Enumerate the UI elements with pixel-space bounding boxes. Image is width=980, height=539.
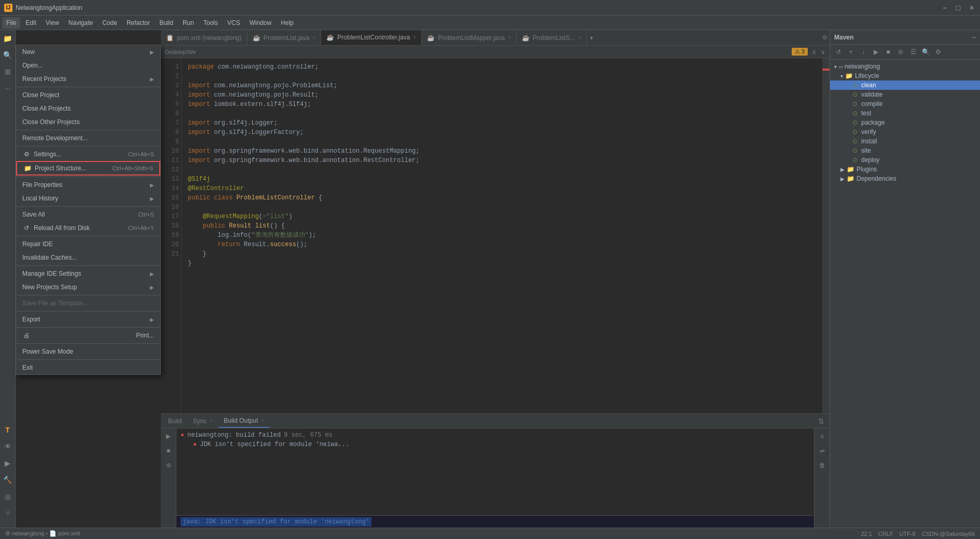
maven-validate[interactable]: ⊙ validate (830, 90, 980, 99)
maven-lifecycle-group[interactable]: ▾ 📁 Lifecycle (830, 71, 980, 80)
maven-dependencies-group[interactable]: ▶ 📁 Dependencies (830, 174, 980, 183)
status-position[interactable]: 22:1 (861, 531, 872, 537)
sidebar-play-icon[interactable]: ▶ (2, 457, 14, 469)
tab-problem-list-s[interactable]: ☕ ProblemListS... × (517, 30, 587, 45)
tab-close-problem-list[interactable]: × (312, 35, 315, 41)
maven-install[interactable]: ⊙ install (830, 137, 980, 146)
menu-vcs[interactable]: VCS (223, 17, 244, 29)
tab-close-s[interactable]: × (578, 35, 581, 41)
tab-close-mapper[interactable]: × (508, 35, 511, 41)
sidebar-branch-icon[interactable]: ⑂ (2, 507, 14, 519)
editor-scrollbar[interactable] (822, 58, 830, 413)
tab-pom-xml[interactable]: 📋 pom.xml (neiwangtong) (161, 30, 247, 45)
tab-problem-list-controller[interactable]: ☕ ProblemListController.java × (321, 30, 422, 45)
code-editor[interactable]: 1 2 3 4 5 6 7 8 9 10 11 12 13 14 15 16 1… (161, 58, 830, 413)
expand-icon[interactable]: ∨ (821, 48, 825, 56)
menu-item-new[interactable]: New ▶ (16, 45, 160, 59)
build-scroll-top-icon[interactable]: ≡ (817, 430, 828, 442)
menu-item-project-structure[interactable]: 📁 Project Structure... Ctrl+Alt+Shift+S (16, 161, 160, 176)
menu-edit[interactable]: Edit (21, 17, 40, 29)
sidebar-t-icon[interactable]: T (2, 424, 14, 436)
maven-run-icon[interactable]: ▶ (871, 47, 881, 57)
sidebar-folder-icon[interactable]: 📁 (2, 32, 14, 45)
menu-item-remote-development[interactable]: Remote Development... (16, 131, 160, 145)
maven-plugins-group[interactable]: ▶ 📁 Plugins (830, 165, 980, 174)
menu-item-open[interactable]: Open... (16, 59, 160, 72)
maven-compile[interactable]: ⊙ compile (830, 99, 980, 109)
menu-item-close-other-projects[interactable]: Close Other Projects (16, 115, 160, 129)
menu-code[interactable]: Code (98, 17, 121, 29)
maven-minimize-icon[interactable]: − (972, 34, 976, 41)
menu-item-close-project[interactable]: Close Project (16, 88, 160, 102)
build-stop-icon[interactable]: ■ (163, 445, 174, 456)
build-message-jdk[interactable]: ● JDK isn't specified for module 'neiwa.… (176, 440, 814, 449)
tab-overflow-button[interactable]: ▾ (587, 30, 596, 45)
minimize-button[interactable]: − (941, 4, 949, 12)
bottom-tab-build-output[interactable]: Build Output × (218, 414, 270, 428)
menu-refactor[interactable]: Refactor (122, 17, 154, 29)
menu-item-close-all-projects[interactable]: Close All Projects (16, 102, 160, 115)
menu-navigate[interactable]: Navigate (64, 17, 97, 29)
menu-window[interactable]: Window (245, 17, 276, 29)
menu-item-exit[interactable]: Exit (16, 361, 160, 374)
menu-build[interactable]: Build (155, 17, 177, 29)
menu-item-recent-projects[interactable]: Recent Projects ▶ (16, 72, 160, 86)
maven-search-icon[interactable]: 🔍 (920, 47, 931, 57)
menu-item-repair-ide[interactable]: Repair IDE (16, 237, 160, 251)
maven-clean[interactable]: ⊙ clean (830, 80, 980, 90)
menu-help[interactable]: Help (277, 17, 298, 29)
sidebar-circle-icon[interactable]: ◎ (2, 490, 14, 503)
menu-item-manage-ide[interactable]: Manage IDE Settings ▶ (16, 267, 160, 280)
maven-deploy[interactable]: ⊙ deploy (830, 155, 980, 165)
build-wrap-icon[interactable]: ⇌ (817, 445, 828, 456)
build-clear-icon[interactable]: 🗑 (817, 460, 828, 471)
build-message-fail[interactable]: ● neiwangtong: build failed 9 sec, 675 m… (176, 430, 814, 440)
menu-item-print[interactable]: 🖨 Print... (16, 329, 160, 342)
status-git[interactable]: CSDN-@Saturday66 (922, 531, 975, 537)
bottom-tab-sync[interactable]: Sync × (188, 414, 219, 428)
code-content[interactable]: package com.neiwangtong.controller; impo… (182, 58, 822, 413)
menu-run[interactable]: Run (178, 17, 198, 29)
tab-close-controller[interactable]: × (413, 34, 416, 40)
sidebar-structure-icon[interactable]: ⊞ (2, 65, 14, 78)
sidebar-eye-icon[interactable]: 👁 (2, 440, 14, 453)
menu-item-file-properties[interactable]: File Properties ▶ (16, 178, 160, 192)
maven-toggle-icon[interactable]: ☰ (908, 47, 918, 57)
maven-verify[interactable]: ⊙ verify (830, 127, 980, 137)
editor-settings-icon[interactable]: ⚙ (822, 34, 827, 41)
menu-item-export[interactable]: Export ▶ (16, 313, 160, 326)
tab-problem-list[interactable]: ☕ ProblemList.java × (247, 30, 322, 45)
maven-refresh-icon[interactable]: ↺ (833, 47, 844, 57)
maven-add-icon[interactable]: + (846, 47, 856, 57)
build-rerun-icon[interactable]: ▶ (163, 430, 174, 442)
build-output-tab-close[interactable]: × (261, 417, 264, 423)
menu-item-local-history[interactable]: Local History ▶ (16, 192, 160, 205)
menu-item-new-projects-setup[interactable]: New Projects Setup ▶ (16, 280, 160, 294)
warning-badge[interactable]: ⚠ 3 (792, 48, 808, 56)
collapse-icon[interactable]: ∧ (812, 48, 817, 56)
tab-problem-list-mapper[interactable]: ☕ ProblemListMapper.java × (422, 30, 517, 45)
menu-item-reload-all[interactable]: ↺ Reload All from Disk Ctrl+Alt+Y (16, 221, 160, 235)
maven-test[interactable]: ⊙ test (830, 109, 980, 118)
maximize-button[interactable]: □ (954, 4, 962, 12)
status-encoding[interactable]: UTF-8 (900, 531, 916, 537)
menu-file[interactable]: File (2, 17, 20, 29)
menu-item-settings[interactable]: ⚙ Settings... Ctrl+Alt+S (16, 147, 160, 161)
status-crlf[interactable]: CRLF (878, 531, 893, 537)
sync-build-output-button[interactable]: ⇅ (818, 417, 824, 425)
maven-site[interactable]: ⊙ site (830, 146, 980, 155)
sidebar-more-icon[interactable]: ··· (2, 82, 14, 95)
status-breadcrumb[interactable]: ⚙ neiwangtong › 📄 pom.xml (5, 530, 80, 537)
build-filter-icon[interactable]: ⊛ (163, 460, 174, 471)
menu-tools[interactable]: Tools (199, 17, 222, 29)
bottom-tab-build[interactable]: Build (163, 414, 188, 428)
maven-package[interactable]: ⊙ package (830, 118, 980, 127)
maven-settings-icon[interactable]: ⚙ (933, 47, 943, 57)
maven-download-icon[interactable]: ↓ (858, 47, 868, 57)
menu-view[interactable]: View (42, 17, 63, 29)
maven-skip-icon[interactable]: ⊘ (895, 47, 906, 57)
menu-item-power-save[interactable]: Power Save Mode (16, 345, 160, 358)
sidebar-build-icon[interactable]: 🔨 (2, 474, 14, 486)
close-button[interactable]: × (968, 4, 976, 12)
menu-item-invalidate-caches[interactable]: Invalidate Caches... (16, 251, 160, 264)
